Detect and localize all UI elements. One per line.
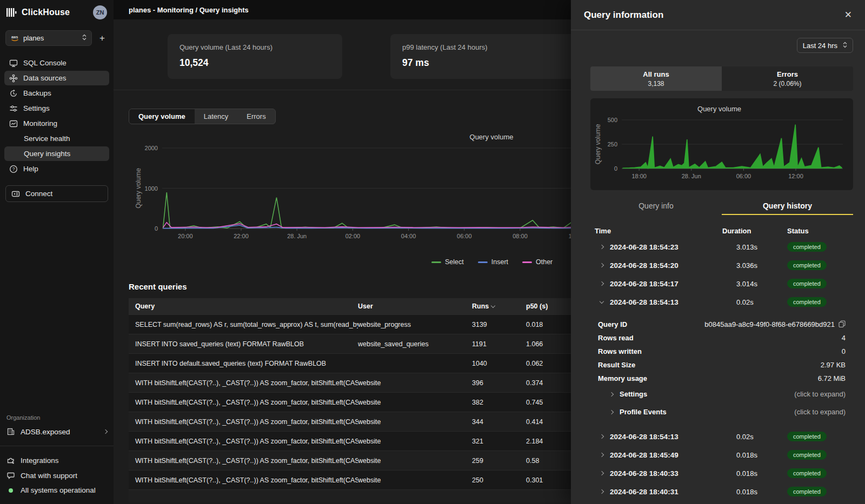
integrations-icon	[6, 456, 15, 465]
segment-value: 3,138	[648, 80, 664, 88]
detail-label: Memory usage	[590, 374, 647, 382]
legend-label: Other	[536, 258, 553, 266]
svg-text:Query volume: Query volume	[594, 124, 602, 164]
segment-label: All runs	[643, 70, 669, 78]
column-header-user[interactable]: User	[358, 303, 472, 310]
organization-label: Organization	[0, 414, 114, 425]
runs-cell: 382	[472, 399, 526, 406]
copy-icon[interactable]	[839, 320, 846, 329]
sidebar-item-query-insights[interactable]: Query insights	[4, 146, 109, 161]
errors-segment[interactable]: Errors 2 (0.06%)	[722, 66, 853, 91]
system-status-label: All systems operational	[21, 486, 96, 494]
history-row[interactable]: 2024-06-28 18:54:13 0.02s completed	[590, 427, 853, 446]
panel-header: Query information ✕	[571, 0, 865, 30]
service-name: planes	[23, 34, 44, 42]
query-cell: WITH bitShiftLeft(CAST(?..), _CAST(?..))…	[129, 379, 358, 387]
sql-console-icon	[9, 59, 18, 68]
runs-cell: 1040	[472, 360, 526, 367]
history-row[interactable]: 2024-06-28 18:54:20 3.036s completed	[590, 256, 853, 274]
segment-label: Errors	[777, 70, 798, 78]
detail-row: Rows read 4	[590, 331, 853, 345]
divider	[0, 446, 114, 446]
add-service-button[interactable]: +	[98, 32, 106, 44]
chevron-right-icon	[103, 429, 108, 434]
organization-icon	[6, 427, 15, 436]
integrations-label: Integrations	[21, 456, 59, 465]
svg-text:02:00: 02:00	[345, 233, 361, 239]
runs-cell: 321	[472, 438, 526, 445]
column-header-runs[interactable]: Runs	[472, 303, 526, 310]
svg-text:500: 500	[608, 117, 617, 123]
service-selector[interactable]: aws planes	[5, 30, 92, 46]
expander-label: Settings	[620, 390, 647, 398]
tab-query-info[interactable]: Query info	[590, 199, 722, 215]
history-row[interactable]: 2024-06-28 18:45:49 0.018s completed	[590, 446, 853, 464]
sidebar-item-data-sources[interactable]: Data sources	[4, 71, 109, 85]
run-time: 2024-06-28 18:54:23	[610, 243, 678, 251]
close-icon[interactable]: ✕	[844, 10, 852, 19]
sidebar-item-help[interactable]: ? Help	[4, 162, 109, 176]
organization-switcher[interactable]: ADSB.exposed	[0, 425, 114, 441]
status-badge: completed	[787, 242, 827, 252]
chevron-right-icon	[600, 471, 604, 475]
svg-text:0: 0	[155, 225, 158, 232]
time-range-select[interactable]: Last 24 hrs	[797, 38, 853, 53]
legend-item-other[interactable]: Other	[522, 258, 553, 266]
chat-support-link[interactable]: Chat with support	[0, 468, 114, 483]
detail-value: 6.72 MiB	[818, 374, 853, 382]
avatar[interactable]: ZN	[93, 5, 107, 19]
chevron-right-icon	[600, 489, 604, 494]
connect-icon	[11, 190, 20, 198]
query-volume-stat-card: Query volume (Last 24 hours) 10,524	[168, 34, 342, 79]
svg-text:22:00: 22:00	[234, 233, 249, 239]
detail-label: Rows read	[590, 334, 634, 342]
legend-item-select[interactable]: Select	[431, 258, 464, 266]
history-row[interactable]: 2024-06-28 18:40:31 0.018s completed	[590, 482, 853, 501]
sidebar-item-label: Query insights	[24, 150, 70, 158]
query-cell: WITH bitShiftLeft(CAST(?..), _CAST(?..))…	[129, 399, 358, 406]
chevron-right-icon	[600, 281, 604, 286]
connect-label: Connect	[25, 190, 52, 198]
svg-text:28. Jun: 28. Jun	[682, 173, 701, 179]
tab-errors[interactable]: Errors	[237, 109, 275, 124]
svg-text:250: 250	[608, 141, 617, 147]
legend-item-insert[interactable]: Insert	[478, 258, 508, 266]
history-row[interactable]: 2024-06-28 18:54:17 3.014s completed	[590, 274, 853, 293]
sidebar-item-sql-console[interactable]: SQL Console	[4, 56, 109, 70]
run-duration: 0.02s	[722, 298, 785, 306]
chevron-right-icon	[609, 409, 614, 414]
svg-text:0: 0	[614, 165, 617, 172]
history-header-row: Time Duration Status	[590, 224, 853, 238]
system-status-link[interactable]: All systems operational	[0, 483, 114, 498]
settings-expander[interactable]: Settings (click to expand)	[590, 385, 853, 403]
integrations-link[interactable]: Integrations	[0, 453, 114, 468]
all-runs-segment[interactable]: All runs 3,138	[590, 66, 722, 91]
column-header-query[interactable]: Query	[129, 303, 358, 310]
sidebar-bottom: Organization ADSB.exposed Integrations C…	[0, 414, 114, 498]
sidebar: ClickHouse ZN aws planes + SQL Console	[0, 0, 114, 504]
sidebar-item-monitoring[interactable]: Monitoring	[4, 116, 109, 131]
profile-events-expander[interactable]: Profile Events (click to expand)	[590, 403, 853, 421]
svg-text:06:00: 06:00	[736, 173, 751, 179]
chat-icon	[6, 471, 15, 480]
history-row[interactable]: 2024-06-28 18:40:33 0.018s completed	[590, 464, 853, 482]
insert-swatch-icon	[478, 261, 488, 263]
run-duration: 3.013s	[722, 243, 785, 251]
panel-title: Query information	[584, 10, 663, 21]
run-time: 2024-06-28 18:40:31	[610, 488, 678, 496]
history-row-expanded[interactable]: 2024-06-28 18:54:13 0.02s completed	[590, 293, 853, 311]
svg-text:?: ?	[12, 166, 15, 172]
detail-value: 0	[842, 347, 853, 355]
chart-tabs: Query volume Latency Errors	[129, 109, 276, 124]
sidebar-item-settings[interactable]: Settings	[4, 101, 109, 116]
tab-query-volume[interactable]: Query volume	[129, 109, 195, 124]
tab-latency[interactable]: Latency	[195, 109, 238, 124]
sidebar-item-backups[interactable]: Backups	[4, 86, 109, 100]
runs-cell: 259	[472, 457, 526, 465]
connect-button[interactable]: Connect	[5, 185, 108, 202]
tab-query-history[interactable]: Query history	[722, 199, 853, 215]
clickhouse-logo-icon	[6, 8, 17, 17]
user-cell: website	[358, 476, 472, 484]
sidebar-item-service-health[interactable]: Service health	[4, 131, 109, 146]
history-row[interactable]: 2024-06-28 18:54:23 3.013s completed	[590, 238, 853, 256]
